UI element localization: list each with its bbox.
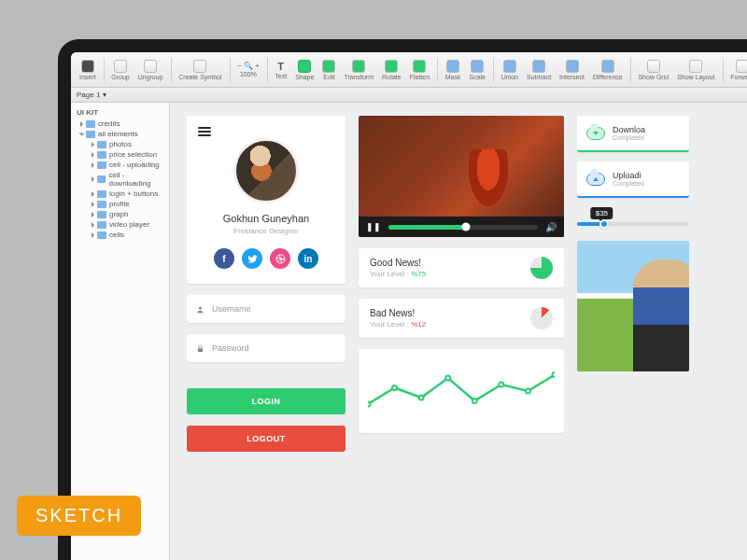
profile-role: Freelance Designer (187, 227, 345, 235)
download-cell[interactable]: DownloaCompleted (577, 116, 689, 152)
svg-point-10 (553, 372, 556, 377)
page-selector[interactable]: Page 1 ▾ (77, 91, 106, 99)
text-tool[interactable]: TText (272, 61, 289, 79)
mask-tool[interactable]: Mask (443, 60, 464, 80)
news-subtitle: Your Level : %12 (370, 320, 553, 329)
price-slider[interactable]: $35 (577, 207, 689, 231)
app-screen: Insert Group Ungroup Create Symbol −🔍+10… (71, 52, 747, 560)
intersect-tool[interactable]: Intersect (557, 60, 587, 80)
username-input[interactable]: Username (187, 295, 345, 323)
dribbble-icon[interactable] (270, 248, 290, 269)
toolbar: Insert Group Ungroup Create Symbol −🔍+10… (71, 52, 747, 88)
linkedin-icon[interactable]: in (298, 248, 318, 269)
subtract-tool[interactable]: Subtract (524, 60, 554, 80)
layer-profile[interactable]: profile (71, 199, 169, 209)
lock-icon (196, 344, 204, 353)
video-player[interactable]: ❚❚ 🔊 (359, 116, 564, 237)
ungroup-button[interactable]: Ungroup (135, 60, 166, 80)
folder-icon (97, 175, 106, 183)
profile-card: Gokhun Guneyhan Freelance Designer f in (187, 116, 345, 284)
login-button[interactable]: LOGIN (187, 388, 345, 414)
avatar (233, 138, 299, 203)
upload-cell[interactable]: UploadiCompleted (577, 161, 689, 198)
folder-icon (97, 141, 106, 148)
page-bar: Page 1 ▾ (71, 88, 747, 103)
photo-card (577, 241, 689, 371)
union-tool[interactable]: Union (499, 60, 521, 80)
twitter-icon[interactable] (242, 248, 262, 269)
group-button[interactable]: Group (108, 60, 132, 80)
folder-icon (97, 221, 106, 229)
folder-icon (97, 151, 106, 159)
folder-icon (97, 201, 106, 208)
cloud-download-icon (586, 127, 605, 140)
slider-knob[interactable] (599, 219, 609, 229)
video-controls: ❚❚ 🔊 (359, 217, 564, 237)
logout-button[interactable]: LOGOUT (187, 426, 345, 452)
transform-tool[interactable]: Transform (341, 60, 376, 80)
svg-point-3 (368, 402, 371, 407)
svg-point-4 (392, 385, 397, 390)
slider-tooltip: $35 (591, 207, 613, 219)
layer-photos[interactable]: photos (71, 139, 169, 149)
folder-icon (97, 231, 106, 239)
pie-good-icon (530, 257, 553, 279)
hamburger-icon[interactable] (198, 127, 211, 136)
news-title: Good News! (370, 258, 553, 268)
svg-point-5 (419, 396, 424, 400)
layer-credits[interactable]: credits (71, 119, 169, 129)
layer-cell-uploading[interactable]: cell - uploading (71, 160, 169, 170)
show-grid-button[interactable]: Show Grid (635, 60, 671, 80)
layer-price-selection[interactable]: price selection (71, 149, 169, 160)
folder-icon (97, 161, 106, 169)
folder-icon (97, 211, 106, 218)
device-frame: Insert Group Ungroup Create Symbol −🔍+10… (58, 39, 747, 560)
scale-tool[interactable]: Scale (467, 60, 489, 80)
project-title: UI KIT (71, 106, 169, 119)
forward-button[interactable]: Forward (727, 60, 747, 80)
video-seek[interactable] (388, 225, 538, 230)
rotate-tool[interactable]: Rotate (379, 60, 404, 80)
pie-bad-icon (530, 307, 553, 329)
create-symbol-button[interactable]: Create Symbol (176, 60, 224, 80)
layer-cells[interactable]: cells (71, 230, 169, 240)
folder-icon (86, 131, 95, 138)
canvas[interactable]: Gokhun Guneyhan Freelance Designer f in … (170, 103, 747, 560)
facebook-icon[interactable]: f (214, 248, 234, 269)
cloud-upload-icon (586, 173, 605, 186)
svg-point-7 (472, 399, 477, 403)
pause-icon[interactable]: ❚❚ (366, 222, 381, 231)
svg-rect-2 (198, 348, 203, 352)
show-layout-button[interactable]: Show Layout (674, 60, 717, 80)
volume-icon[interactable]: 🔊 (545, 222, 557, 232)
shape-tool[interactable]: Shape (292, 60, 317, 80)
layer-login-buttons[interactable]: login + buttons (71, 189, 169, 199)
folder-icon (86, 120, 95, 128)
layers-panel: UI KIT credits all elements photos price… (71, 103, 170, 560)
svg-point-1 (199, 306, 202, 309)
edit-tool[interactable]: Edit (319, 60, 338, 80)
layer-graph[interactable]: graph (71, 209, 169, 219)
user-icon (196, 305, 204, 314)
sketch-badge: SKETCH (17, 496, 141, 536)
bad-news-card: Bad News! Your Level : %12 (359, 299, 564, 338)
svg-point-6 (445, 376, 450, 381)
layer-all-elements[interactable]: all elements (71, 129, 169, 139)
difference-tool[interactable]: Difference (590, 60, 626, 80)
news-title: Bad News! (370, 308, 553, 318)
zoom-control[interactable]: −🔍+100% (234, 62, 261, 77)
password-input[interactable]: Password (187, 334, 345, 362)
layer-video-player[interactable]: video player (71, 219, 169, 230)
svg-point-8 (499, 383, 503, 387)
profile-name: Gokhun Guneyhan (187, 213, 345, 224)
svg-point-9 (526, 389, 530, 394)
layer-cell-downloading[interactable]: cell - downloading (71, 170, 169, 189)
news-subtitle: Your Level : %75 (370, 270, 553, 278)
insert-button[interactable]: Insert (77, 60, 99, 80)
line-chart (359, 349, 564, 433)
folder-icon (97, 190, 106, 198)
flatten-tool[interactable]: Flatten (407, 60, 432, 80)
good-news-card: Good News! Your Level : %75 (359, 248, 564, 287)
